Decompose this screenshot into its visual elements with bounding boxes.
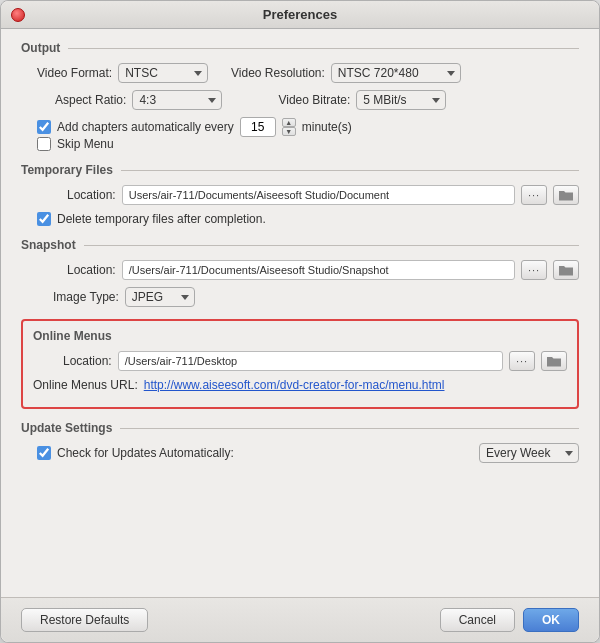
online-menus-location-field: /Users/air-711/Desktop (118, 351, 503, 371)
online-menus-title: Online Menus (33, 329, 567, 343)
temp-files-fields: Location: Users/air-711/Documents/Aisees… (21, 185, 579, 226)
video-format-label: Video Format: (37, 66, 112, 80)
skip-menu-row: Skip Menu (37, 137, 579, 151)
chapters-label: Add chapters automatically every (57, 120, 234, 134)
snapshot-divider (84, 245, 579, 246)
temp-location-field: Users/air-711/Documents/Aiseesoft Studio… (122, 185, 515, 205)
temp-folder-button[interactable] (553, 185, 579, 205)
temp-dots-button[interactable]: ··· (521, 185, 547, 205)
online-menus-url-label: Online Menus URL: (33, 378, 138, 392)
snapshot-fields: Location: /Users/air-711/Documents/Aisee… (21, 260, 579, 307)
update-fields: Check for Updates Automatically: Every W… (21, 443, 579, 463)
chapters-stepper[interactable]: ▲ ▼ (282, 118, 296, 136)
output-divider (68, 48, 579, 49)
snapshot-section: Snapshot Location: /Users/air-711/Docume… (21, 238, 579, 307)
temp-section-title: Temporary Files (21, 163, 113, 177)
footer-left: Restore Defaults (21, 608, 440, 632)
snapshot-dots-button[interactable]: ··· (521, 260, 547, 280)
footer: Restore Defaults Cancel OK (1, 597, 599, 642)
skip-menu-checkbox[interactable] (37, 137, 51, 151)
check-updates-row: Check for Updates Automatically: Every W… (37, 443, 579, 463)
temp-location-label: Location: (67, 188, 116, 202)
check-updates-label: Check for Updates Automatically: (57, 446, 234, 460)
online-menus-url-row: Online Menus URL: http://www.aiseesoft.c… (33, 378, 567, 392)
check-updates-checkbox[interactable] (37, 446, 51, 460)
delete-temp-label: Delete temporary files after completion. (57, 212, 266, 226)
footer-right: Cancel OK (440, 608, 579, 632)
image-type-label: Image Type: (53, 290, 119, 304)
preferences-window: Preferences Output Video Format: NTSC Vi… (0, 0, 600, 643)
temp-divider (121, 170, 579, 171)
temp-files-section: Temporary Files Location: Users/air-711/… (21, 163, 579, 226)
aspect-ratio-label: Aspect Ratio: (55, 93, 126, 107)
folder-icon (546, 355, 562, 368)
chapters-input[interactable] (240, 117, 276, 137)
update-divider (120, 428, 579, 429)
chapters-unit: minute(s) (302, 120, 352, 134)
folder-icon (558, 189, 574, 202)
output-section-header: Output (21, 41, 579, 55)
video-resolution-label: Video Resolution: (231, 66, 325, 80)
chapters-row: Add chapters automatically every ▲ ▼ min… (37, 117, 579, 137)
online-menus-location-row: Location: /Users/air-711/Desktop ··· (33, 351, 567, 371)
temp-section-header: Temporary Files (21, 163, 579, 177)
stepper-down[interactable]: ▼ (282, 127, 296, 136)
online-menus-location-label: Location: (63, 354, 112, 368)
video-format-select[interactable]: NTSC (118, 63, 208, 83)
snapshot-location-row: Location: /Users/air-711/Documents/Aisee… (37, 260, 579, 280)
online-menus-section: Online Menus Location: /Users/air-711/De… (21, 319, 579, 409)
delete-temp-row: Delete temporary files after completion. (37, 212, 579, 226)
snapshot-folder-button[interactable] (553, 260, 579, 280)
window-title: Preferences (263, 7, 337, 22)
delete-temp-checkbox[interactable] (37, 212, 51, 226)
snapshot-location-label: Location: (67, 263, 116, 277)
update-section-title: Update Settings (21, 421, 112, 435)
aspect-ratio-select[interactable]: 4:3 (132, 90, 222, 110)
online-menus-dots-button[interactable]: ··· (509, 351, 535, 371)
video-bitrate-select[interactable]: 5 MBit/s (356, 90, 446, 110)
snapshot-section-title: Snapshot (21, 238, 76, 252)
folder-icon (558, 264, 574, 277)
ratio-bitrate-row: Aspect Ratio: 4:3 Video Bitrate: 5 MBit/… (37, 90, 579, 110)
video-resolution-select[interactable]: NTSC 720*480 (331, 63, 461, 83)
update-frequency-select[interactable]: Every Week (479, 443, 579, 463)
chapters-checkbox[interactable] (37, 120, 51, 134)
snapshot-section-header: Snapshot (21, 238, 579, 252)
close-button[interactable] (11, 8, 25, 22)
cancel-button[interactable]: Cancel (440, 608, 515, 632)
skip-menu-label: Skip Menu (57, 137, 114, 151)
video-bitrate-label: Video Bitrate: (278, 93, 350, 107)
restore-defaults-button[interactable]: Restore Defaults (21, 608, 148, 632)
output-section-title: Output (21, 41, 60, 55)
ok-button[interactable]: OK (523, 608, 579, 632)
image-type-select[interactable]: JPEG (125, 287, 195, 307)
content-area: Output Video Format: NTSC Video Resoluti… (1, 29, 599, 597)
snapshot-location-field: /Users/air-711/Documents/Aiseesoft Studi… (122, 260, 515, 280)
titlebar: Preferences (1, 1, 599, 29)
image-type-row: Image Type: JPEG (37, 287, 579, 307)
online-menus-url-link[interactable]: http://www.aiseesoft.com/dvd-creator-for… (144, 378, 445, 392)
update-section-header: Update Settings (21, 421, 579, 435)
output-section: Output Video Format: NTSC Video Resoluti… (21, 41, 579, 151)
update-settings-section: Update Settings Check for Updates Automa… (21, 421, 579, 463)
online-menus-folder-button[interactable] (541, 351, 567, 371)
temp-location-row: Location: Users/air-711/Documents/Aisees… (37, 185, 579, 205)
format-resolution-row: Video Format: NTSC Video Resolution: NTS… (37, 63, 579, 83)
stepper-up[interactable]: ▲ (282, 118, 296, 127)
output-fields: Video Format: NTSC Video Resolution: NTS… (21, 63, 579, 151)
